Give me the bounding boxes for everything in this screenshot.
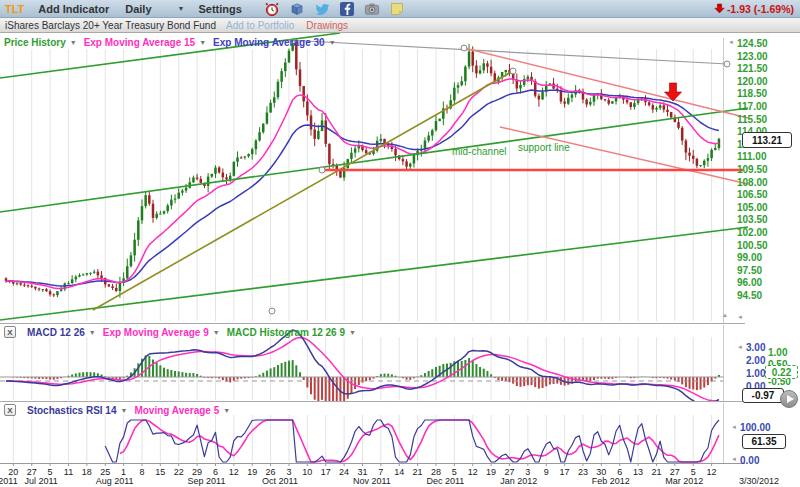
month-label: Nov 2011 [349,476,395,486]
macd-axis-label: 1.00 [746,368,765,379]
notes-icon[interactable] [389,1,405,17]
facebook-icon[interactable] [339,1,355,17]
price-axis-label: 103.50 [737,214,768,225]
settings-button[interactable]: Settings [198,3,241,15]
toolbar-icon-group [264,1,405,17]
date-tick-label: 15 [152,467,168,477]
price-axis-label: 109.50 [737,164,768,175]
caret-icon[interactable]: ▼ [199,39,206,46]
alarm-clock-icon[interactable] [264,1,280,17]
caret-icon[interactable]: ▼ [213,329,220,336]
cube-icon[interactable] [289,1,305,17]
current-macd-box: -0.97 [742,388,784,403]
axis-arrow-mark: ◄ [737,344,743,350]
current-price-box: 113.21 [742,132,792,148]
month-label: Feb 2012 [588,476,634,486]
axis-arrow-mark: ▲ [722,312,728,318]
change-text: -1.93 (-1.69%) [727,3,794,15]
price-change-indicator: -1.93 (-1.69%) [714,3,794,15]
current-histogram-box: 0.22 [765,365,798,379]
down-arrow-icon [714,3,725,14]
date-axis: 3/30/2012 202751118251815222961219263101… [0,463,800,487]
ema15-dropdown[interactable]: Exp Moving Average 15 [84,37,196,48]
price-axis-label: 117.00 [737,101,767,112]
date-tick-label: 17 [318,467,334,477]
top-toolbar: TLT Add Indicator Daily ▼ Settings [0,0,800,18]
price-axis-label: 100.50 [737,240,768,251]
drawings-link[interactable]: Drawings [306,20,348,31]
stochastics-legend: X Stochastics RSI 14▼ Moving Average 5▼ [4,404,230,416]
symbol-info-bar: iShares Barclays 20+ Year Treasury Bond … [0,18,800,33]
salmon-upper-line[interactable] [464,48,748,118]
price-legend: Price History▼ Exp Moving Average 15▼ Ex… [4,37,336,48]
macd-dropdown[interactable]: MACD 12 26 [27,327,85,338]
macd-legend: X MACD 12 26▼ Exp Moving Average 9▼ MACD… [4,326,356,338]
price-history-dropdown[interactable]: Price History [4,37,66,48]
camera-icon[interactable] [364,1,380,17]
price-axis-label: 99.00 [737,252,762,263]
add-indicator-button[interactable]: Add Indicator [38,3,109,15]
symbol-ticker[interactable]: TLT [5,3,24,15]
current-stoch-box: 61.35 [742,434,786,449]
interval-dropdown[interactable]: Daily [125,3,151,15]
price-axis-label: 108.00 [737,177,768,188]
price-axis-label: 102.00 [737,227,768,238]
month-label: Sep 2011 [183,476,229,486]
histogram-axis-label: 1.00 [768,347,787,358]
grey-trendline[interactable] [288,40,727,64]
date-tick-label: 17 [557,467,573,477]
stoch-rsi-dropdown[interactable]: Stochastics RSI 14 [27,405,116,416]
drawing-handle[interactable] [510,68,516,74]
price-axis-label: 106.50 [737,189,768,200]
month-label: Dec 2011 [422,476,468,486]
mid-channel-annotation[interactable]: mid-channel [452,146,506,157]
channel-mid-trendline[interactable] [0,108,748,212]
macd-panel: X MACD 12 26▼ Exp Moving Average 9▼ MACD… [0,323,800,401]
price-axis-label: 97.50 [737,265,762,276]
channel-lower-trendline[interactable] [0,227,748,320]
support-line-annotation[interactable]: support line [518,142,570,153]
month-label: Jan 2012 [496,476,542,486]
price-axis-label: 111.00 [737,151,766,162]
macd-histogram-dropdown[interactable]: MACD Histogram 12 26 9 [227,327,345,338]
drawing-handle[interactable] [724,61,730,67]
drawing-handle[interactable] [319,167,325,173]
drawing-handle[interactable] [461,45,467,51]
twitter-icon[interactable] [314,1,330,17]
right-arrow-icon [787,395,794,403]
close-stochastics-button[interactable]: X [4,404,16,416]
stoch-axis-label: 0.00 [740,455,759,466]
month-label: Aug 2011 [92,476,138,486]
price-axis-label: 124.50 [737,38,768,49]
interval-caret-icon[interactable]: ▼ [178,5,185,12]
stoch-ma-dropdown[interactable]: Moving Average 5 [134,405,219,416]
caret-icon[interactable]: ▼ [89,329,96,336]
axis-end-date: 3/30/2012 [739,476,793,486]
caret-icon[interactable]: ▼ [223,407,230,414]
drawing-handle[interactable] [269,308,275,314]
stoch-axis-label: 100.00 [740,422,771,433]
caret-icon[interactable]: ▼ [70,39,77,46]
axis-arrow-mark: ◄ [737,314,743,320]
price-axis-label: 105.00 [737,202,768,213]
caret-icon[interactable]: ▼ [349,329,356,336]
price-panel: Price History▼ Exp Moving Average 15▼ Ex… [0,33,800,323]
price-axis-label: 115.50 [737,114,767,125]
symbol-full-name: iShares Barclays 20+ Year Treasury Bond … [5,20,216,31]
close-macd-button[interactable]: X [4,326,16,338]
price-chart-canvas[interactable] [0,33,800,323]
axis-arrow-mark: ◄ [728,39,734,45]
axis-arrow-mark: ◄ [731,456,737,462]
month-label-partial: 2011 [0,476,31,486]
scroll-to-latest-button[interactable] [780,390,798,408]
caret-icon[interactable]: ▼ [329,39,336,46]
caret-icon[interactable]: ▼ [120,407,127,414]
add-to-portfolio-link[interactable]: Add to Portfolio [226,20,294,31]
macd-signal-dropdown[interactable]: Exp Moving Average 9 [103,327,209,338]
month-label: Mar 2012 [661,476,707,486]
axis-arrow-mark: ◄ [731,424,737,430]
price-axis-label: 96.00 [737,277,762,288]
price-axis-label: 120.00 [737,76,768,87]
ema30-dropdown[interactable]: Exp Moving Average 30 [213,37,325,48]
price-axis-label: 121.50 [737,63,768,74]
